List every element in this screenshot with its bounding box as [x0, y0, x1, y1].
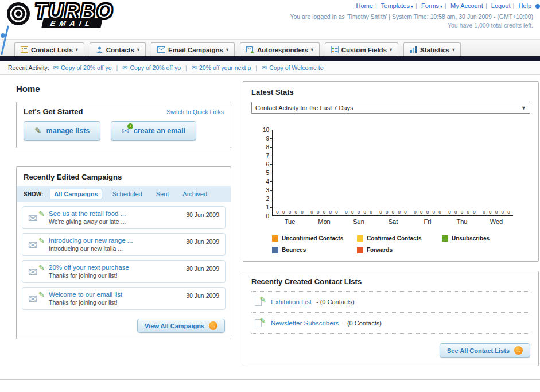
bar-value-label: 0 [501, 209, 503, 215]
create-email-button[interactable]: ✉+ create an email [111, 121, 196, 141]
bar-value-label: 0 [323, 209, 325, 215]
bar-value-label: 0 [363, 209, 366, 215]
bar-value-label: 0 [398, 209, 400, 215]
legend-swatch [272, 247, 278, 253]
campaign-text: Welcome to our email list Thanks for joi… [49, 291, 181, 306]
arrow-right-icon: → [209, 321, 217, 330]
recent-activity-item[interactable]: ✉20% off your next p [192, 64, 251, 72]
top-link-home[interactable]: Home [356, 2, 373, 9]
campaign-subtitle: We're giving away our late ... [49, 218, 181, 225]
recent-activity-link[interactable]: 20% off your next p [199, 64, 251, 71]
legend-swatch [357, 235, 363, 242]
recent-activity-item[interactable]: ✉Copy of 20% off yo [53, 64, 112, 72]
tab-custom-fields[interactable]: Custom Fields ▾ [325, 42, 398, 56]
tab-statistics[interactable]: Statistics ▾ [403, 42, 461, 56]
x-axis-label: Sat [376, 218, 410, 225]
chevron-down-icon: ▾ [390, 47, 392, 52]
bar-value-label: 0 [404, 209, 406, 215]
tab-scheduled[interactable]: Scheduled [109, 189, 146, 199]
top-link-label: Forms [421, 2, 439, 9]
chevron-down-icon: ▾ [440, 4, 442, 9]
tab-autoresponders[interactable]: Autoresponders ▾ [240, 42, 320, 56]
recent-activity-item[interactable]: ✉Copy of Welcome to [262, 64, 324, 72]
email-icon: ✉ [262, 64, 267, 72]
chevron-down-icon: ▾ [137, 47, 139, 52]
view-all-campaigns-button[interactable]: View All Campaigns → [137, 319, 225, 333]
contact-list-item[interactable]: ✎ Newsletter Subscribers - (0 Contacts) [251, 313, 530, 334]
campaign-subtitle: Thanks for joining our list! [49, 299, 181, 306]
tab-label: Autoresponders [257, 46, 308, 53]
contact-list-link[interactable]: Newsletter Subscribers [271, 320, 339, 327]
recent-activity-link[interactable]: Copy of 20% off yo [61, 64, 112, 71]
campaign-title-link[interactable]: Welcome to our email list [49, 291, 181, 298]
x-axis-label: Thu [445, 218, 479, 225]
campaign-list-item[interactable]: ✉✎ Welcome to our email list Thanks for … [22, 287, 226, 310]
top-link-my-account[interactable]: My Account [450, 2, 483, 9]
top-link-templates[interactable]: Templates▾ [381, 2, 413, 9]
campaign-text: Introducing our new range ... Introducin… [49, 237, 181, 252]
tab-all-campaigns[interactable]: All Campaigns [50, 189, 102, 199]
campaign-list-item[interactable]: ✉✎ Introducing our new range ... Introdu… [22, 233, 226, 256]
chart-legend: Unconfirmed ContactsConfirmed ContactsUn… [272, 235, 530, 253]
credits-info: You have 1,000 total credits left. [290, 22, 533, 29]
see-all-contact-lists-button[interactable]: See All Contact Lists → [440, 343, 530, 358]
tab-label: Custom Fields [341, 46, 387, 53]
stats-chart: 01234567891000000Tue00000Mon00000Sun0000… [256, 130, 530, 216]
chart-bar-group: 00000 [273, 209, 307, 215]
bar-value-label: 0 [392, 209, 394, 215]
tab-contact-lists[interactable]: Contact Lists ▾ [14, 42, 84, 56]
legend-item: Unsubscribes [442, 235, 527, 242]
chart-bar-group: 00000 [479, 209, 514, 215]
contact-list-link[interactable]: Exhibition List [271, 298, 312, 305]
tab-sent[interactable]: Sent [153, 189, 173, 199]
stats-activity-dropdown[interactable]: Contact Activity for the Last 7 Days ▼ [251, 102, 530, 114]
tab-label: Statistics [420, 46, 449, 53]
campaign-title-link[interactable]: See us at the retail food ... [49, 210, 181, 217]
email-campaigns-icon [157, 46, 165, 53]
campaign-list-item[interactable]: ✉✎ See us at the retail food ... We're g… [22, 206, 226, 229]
recent-activity-link[interactable]: Copy of 20% off yo [130, 64, 181, 71]
bar-value-label: 0 [276, 209, 278, 215]
top-link-forms[interactable]: Forms▾ [421, 2, 442, 9]
campaign-title-link[interactable]: Introducing our new range ... [49, 237, 181, 244]
page-title: Home [16, 84, 231, 94]
x-axis-label: Mon [307, 218, 341, 225]
y-axis-tick [270, 199, 273, 199]
recent-activity-item[interactable]: ✉Copy of 20% off yo [122, 64, 181, 72]
campaign-list-item[interactable]: ✉✎ 20% off your next purchase Thanks for… [22, 260, 226, 283]
chart-bar-group: 00000 [376, 209, 410, 215]
bar-value-label: 0 [370, 209, 372, 215]
bar-value-label: 0 [329, 209, 331, 215]
tab-archived[interactable]: Archived [179, 189, 211, 199]
campaign-title-link[interactable]: 20% off your next purchase [49, 264, 181, 271]
switch-quick-links-link[interactable]: Switch to Quick Links [166, 108, 224, 115]
arrow-right-icon: → [514, 346, 523, 355]
bar-value-label: 0 [301, 209, 303, 215]
y-axis-label: 1 [258, 204, 269, 211]
top-link-logout[interactable]: Logout [491, 2, 511, 9]
tab-label: Contacts [106, 46, 134, 53]
app-logo[interactable]: TURBO EMAIL [5, 1, 114, 28]
bar-value-label: 0 [507, 209, 510, 215]
get-started-buttons: ✎ manage lists ✉+ create an email [24, 121, 224, 141]
tab-email-campaigns[interactable]: Email Campaigns ▾ [151, 42, 235, 56]
bar-value-label: 0 [454, 209, 457, 215]
tab-contacts[interactable]: Contacts ▾ [90, 42, 146, 56]
recent-activity-link[interactable]: Copy of Welcome to [269, 64, 323, 71]
bar-value-label: 0 [358, 209, 360, 215]
right-column: Latest Stats Contact Activity for the La… [243, 81, 539, 366]
recent-activity-label: Recent Activity: [8, 64, 49, 71]
bar-value-label: 0 [289, 209, 291, 215]
contact-list-item[interactable]: ✎ Exhibition List - (0 Contacts) [251, 292, 530, 313]
bar-value-label: 0 [351, 209, 353, 215]
chevron-down-icon: ▾ [452, 47, 454, 52]
recent-contact-lists-title: Recently Created Contact Lists [251, 277, 530, 292]
manage-lists-button[interactable]: ✎ manage lists [24, 121, 100, 141]
top-link-help[interactable]: Help [518, 2, 531, 9]
separator: | [375, 2, 377, 9]
help-bubble-icon[interactable] [535, 4, 540, 9]
campaign-filter-tabs: SHOW: All Campaigns Scheduled Sent Archi… [17, 186, 231, 202]
logo-text: TURBO EMAIL [34, 1, 114, 28]
tab-label: Contact Lists [31, 46, 73, 53]
latest-stats-title: Latest Stats [251, 88, 530, 96]
